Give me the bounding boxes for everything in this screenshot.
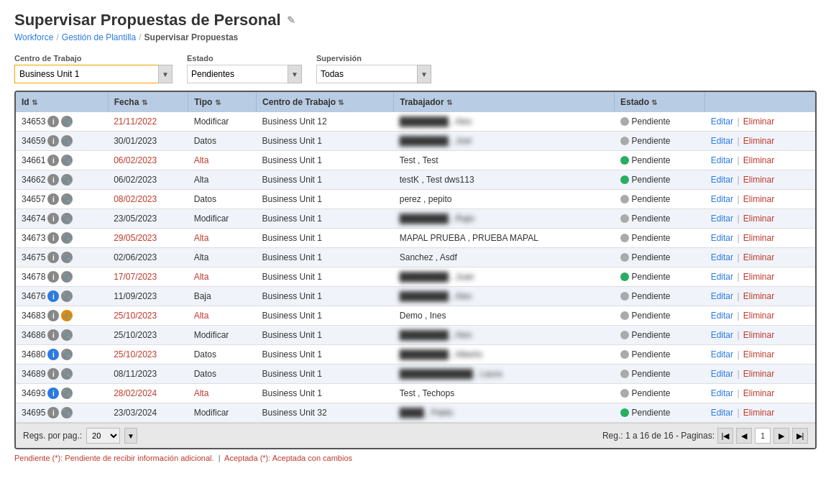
clip-icon[interactable]: 📎 — [61, 271, 73, 283]
delete-link[interactable]: Eliminar — [743, 175, 774, 185]
delete-link[interactable]: Eliminar — [743, 369, 774, 379]
edit-link[interactable]: Editar — [711, 233, 733, 243]
action-sep: | — [737, 175, 741, 185]
delete-link[interactable]: Eliminar — [743, 136, 774, 146]
info-icon[interactable]: i — [47, 135, 59, 147]
delete-link[interactable]: Eliminar — [743, 252, 774, 262]
clip-icon[interactable]: 📎 — [61, 290, 73, 302]
delete-link[interactable]: Eliminar — [743, 349, 774, 359]
next-page-btn[interactable]: ▶ — [773, 428, 789, 444]
centro-input[interactable] — [14, 65, 158, 83]
info-icon[interactable]: i — [47, 388, 59, 399]
status-label: Pendiente — [632, 291, 671, 301]
per-page-select[interactable]: 20 50 100 — [86, 428, 120, 444]
clip-icon[interactable]: 📎 — [61, 213, 73, 224]
clip-icon[interactable]: 📎 — [61, 116, 73, 127]
first-page-btn[interactable]: |◀ — [717, 428, 733, 444]
clip-icon[interactable]: 📎 — [61, 232, 73, 244]
action-sep: | — [737, 330, 741, 340]
centro-dropdown-btn[interactable]: ▼ — [158, 65, 173, 83]
cell-trabajador: ████████ , Alex — [394, 112, 615, 132]
edit-link[interactable]: Editar — [711, 136, 733, 146]
breadcrumb-gestion[interactable]: Gestión de Plantilla — [62, 32, 136, 42]
breadcrumb-workforce[interactable]: Workforce — [14, 32, 53, 42]
filter-estado-label: Estado — [187, 54, 302, 63]
delete-link[interactable]: Eliminar — [743, 214, 774, 224]
info-icon[interactable]: i — [47, 407, 59, 418]
status-dot — [620, 117, 629, 126]
edit-link[interactable]: Editar — [711, 252, 733, 262]
delete-link[interactable]: Eliminar — [743, 408, 774, 418]
edit-link[interactable]: Editar — [711, 349, 733, 359]
clip-icon[interactable]: 📎 — [61, 174, 73, 185]
supervision-dropdown-btn[interactable]: ▼ — [417, 65, 431, 83]
col-trabajador[interactable]: Trabajador ⇅ — [394, 92, 615, 112]
info-icon[interactable]: i — [47, 349, 59, 360]
edit-title-icon[interactable]: ✎ — [287, 14, 295, 26]
clip-icon[interactable]: 📎 — [61, 310, 73, 321]
info-icon[interactable]: i — [47, 116, 59, 127]
clip-icon[interactable]: 📎 — [61, 349, 73, 360]
clip-icon[interactable]: 📎 — [61, 252, 73, 263]
edit-link[interactable]: Editar — [711, 214, 733, 224]
delete-link[interactable]: Eliminar — [743, 116, 774, 127]
delete-link[interactable]: Eliminar — [743, 194, 774, 204]
status-label: Pendiente — [632, 408, 671, 418]
edit-link[interactable]: Editar — [711, 272, 733, 282]
info-icon[interactable]: i — [47, 329, 59, 341]
clip-icon[interactable]: 📎 — [61, 368, 73, 380]
per-page-dropdown-btn[interactable]: ▼ — [124, 428, 137, 444]
info-icon[interactable]: i — [47, 290, 59, 302]
info-icon[interactable]: i — [47, 368, 59, 380]
edit-link[interactable]: Editar — [711, 408, 733, 418]
delete-link[interactable]: Eliminar — [743, 272, 774, 282]
info-icon[interactable]: i — [47, 193, 59, 205]
delete-link[interactable]: Eliminar — [743, 388, 774, 398]
edit-link[interactable]: Editar — [711, 194, 733, 204]
clip-icon[interactable]: 📎 — [61, 135, 73, 147]
supervision-select[interactable]: Todas Pendientes Aceptadas — [316, 65, 417, 83]
delete-link[interactable]: Eliminar — [743, 291, 774, 301]
edit-link[interactable]: Editar — [711, 155, 733, 165]
clip-icon[interactable]: 📎 — [61, 407, 73, 418]
clip-icon[interactable]: 📎 — [61, 193, 73, 205]
estado-select[interactable]: Pendientes Aceptadas Rechazadas Todas — [187, 65, 288, 83]
delete-link[interactable]: Eliminar — [743, 311, 774, 321]
delete-link[interactable]: Eliminar — [743, 233, 774, 243]
col-fecha[interactable]: Fecha ⇅ — [108, 92, 188, 112]
delete-link[interactable]: Eliminar — [743, 155, 774, 165]
last-page-btn[interactable]: ▶| — [792, 428, 808, 444]
info-icon[interactable]: i — [47, 271, 59, 283]
edit-link[interactable]: Editar — [711, 116, 733, 127]
edit-link[interactable]: Editar — [711, 330, 733, 340]
info-icon[interactable]: i — [47, 252, 59, 263]
clip-icon[interactable]: 📎 — [61, 329, 73, 341]
info-icon[interactable]: i — [47, 310, 59, 321]
info-icon[interactable]: i — [47, 174, 59, 185]
edit-link[interactable]: Editar — [711, 388, 733, 398]
info-icon[interactable]: i — [47, 155, 59, 166]
info-icon[interactable]: i — [47, 232, 59, 244]
col-estado[interactable]: Estado ⇅ — [615, 92, 705, 112]
edit-link[interactable]: Editar — [711, 311, 733, 321]
info-icon[interactable]: i — [47, 213, 59, 224]
edit-link[interactable]: Editar — [711, 369, 733, 379]
clip-icon[interactable]: 📎 — [61, 155, 73, 166]
edit-link[interactable]: Editar — [711, 175, 733, 185]
col-id[interactable]: Id ⇅ — [16, 92, 108, 112]
cell-id: 34695 i 📎 — [16, 403, 108, 423]
col-tipo[interactable]: Tipo ⇅ — [188, 92, 257, 112]
clip-icon[interactable]: 📎 — [61, 388, 73, 399]
proposals-table: Id ⇅ Fecha ⇅ Tipo ⇅ Centro de Trabajo ⇅ … — [16, 92, 815, 423]
cell-id: 34674 i 📎 — [16, 209, 108, 229]
cell-trabajador: ████████████ , Laura — [394, 365, 615, 384]
delete-link[interactable]: Eliminar — [743, 330, 774, 340]
row-id: 34661 — [22, 155, 45, 165]
prev-page-btn[interactable]: ◀ — [736, 428, 752, 444]
edit-link[interactable]: Editar — [711, 291, 733, 301]
action-sep: | — [737, 388, 741, 398]
cell-id: 34661 i 📎 — [16, 151, 108, 170]
estado-dropdown-btn[interactable]: ▼ — [288, 65, 302, 83]
cell-estado: Pendiente — [615, 112, 705, 132]
col-centro[interactable]: Centro de Trabajo ⇅ — [257, 92, 394, 112]
